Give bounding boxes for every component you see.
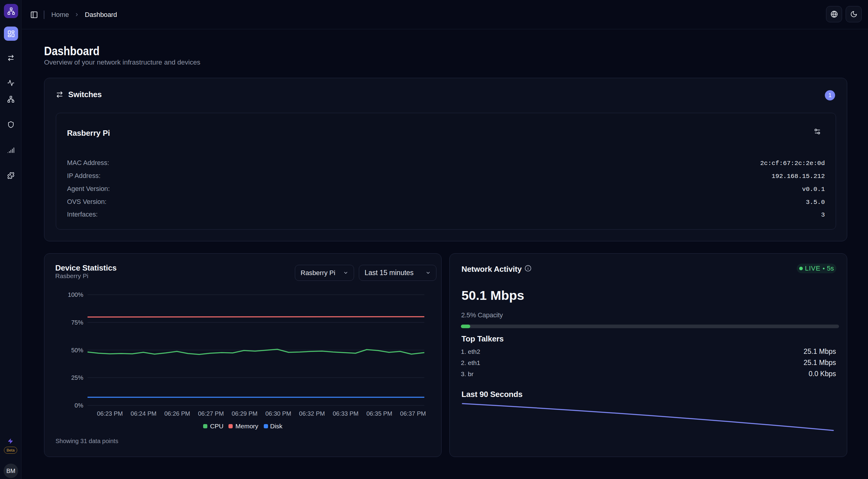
svg-text:06:35 PM: 06:35 PM [366, 410, 392, 417]
svg-text:06:30 PM: 06:30 PM [265, 410, 291, 417]
svg-text:50%: 50% [71, 347, 83, 353]
svg-text:Memory: Memory [236, 423, 258, 429]
svg-text:25%: 25% [71, 374, 83, 381]
svg-text:06:24 PM: 06:24 PM [131, 410, 157, 417]
svg-text:Disk: Disk [270, 423, 282, 429]
svg-text:100%: 100% [68, 291, 83, 298]
svg-text:06:29 PM: 06:29 PM [232, 410, 258, 417]
svg-text:06:23 PM: 06:23 PM [97, 410, 123, 417]
svg-text:CPU: CPU [210, 423, 223, 429]
svg-text:06:33 PM: 06:33 PM [333, 410, 359, 417]
svg-text:06:27 PM: 06:27 PM [198, 410, 224, 417]
svg-text:06:32 PM: 06:32 PM [299, 410, 325, 417]
svg-text:75%: 75% [71, 319, 83, 326]
svg-text:06:37 PM: 06:37 PM [400, 410, 426, 417]
svg-text:0%: 0% [74, 402, 83, 409]
svg-text:06:26 PM: 06:26 PM [164, 410, 190, 417]
